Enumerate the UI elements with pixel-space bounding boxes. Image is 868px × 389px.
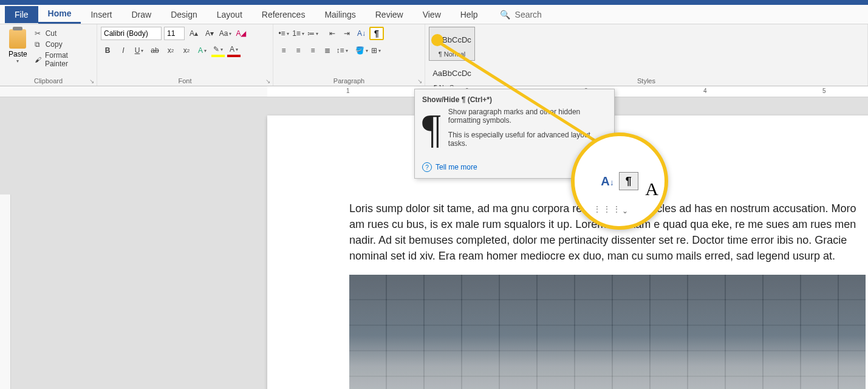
decrease-indent-button[interactable]: ⇤ [326, 27, 339, 40]
zoom-style-a: A [645, 179, 658, 199]
group-label-font: Font [97, 77, 273, 84]
zoom-pilcrow-button: ¶ [619, 172, 638, 190]
bullets-button[interactable]: •≡ [277, 27, 290, 40]
tab-insert[interactable]: Insert [81, 6, 121, 23]
ribbon-tabs: File Home Insert Draw Design Layout Refe… [0, 5, 868, 24]
tab-mailings[interactable]: Mailings [315, 6, 365, 23]
grow-font-button[interactable]: A▴ [187, 27, 200, 40]
group-label-paragraph: Paragraph [273, 77, 425, 84]
subscript-button[interactable]: x2 [164, 44, 177, 57]
tooltip-title: Show/Hide ¶ (Ctrl+*) [422, 95, 607, 104]
ruler-mark: 4 [703, 88, 707, 94]
borders-button[interactable]: ⊞ [369, 44, 383, 57]
search-icon: 🔍 [500, 10, 510, 19]
superscript-button[interactable]: x2 [180, 44, 193, 57]
zoom-grid-icon: ⋮⋮⋮ [593, 204, 622, 214]
line-spacing-button[interactable]: ↕≡ [335, 44, 349, 57]
align-left-button[interactable]: ≡ [277, 44, 290, 57]
title-bar [0, 0, 868, 5]
strike-button[interactable]: ab [148, 44, 162, 57]
ruler-mark: 1 [346, 88, 350, 94]
justify-button[interactable]: ≣ [321, 44, 334, 57]
increase-indent-button[interactable]: ⇥ [340, 27, 354, 40]
tell-me-more-label: Tell me more [436, 163, 477, 171]
help-icon: ? [422, 162, 432, 172]
multilevel-button[interactable]: ≔ [306, 27, 320, 40]
align-right-button[interactable]: ≡ [306, 44, 320, 57]
tab-view[interactable]: View [413, 6, 451, 23]
group-label-styles: Styles [425, 77, 867, 84]
tab-file[interactable]: File [5, 6, 38, 23]
numbering-button[interactable]: 1≡ [292, 27, 305, 40]
font-launcher[interactable]: ↘ [265, 78, 270, 84]
search-placeholder: Search [515, 10, 542, 19]
group-font: A▴ A▾ Aa A◢ B I U ab x2 x2 A ✎ A Font ↘ [97, 24, 273, 86]
bold-button[interactable]: B [101, 44, 114, 57]
font-name-select[interactable] [101, 27, 162, 40]
cut-button[interactable]: Cut [35, 29, 91, 38]
zoom-sort-icon: A↓ [601, 174, 613, 188]
format-painter-button[interactable]: Format Painter [35, 51, 91, 68]
group-styles: AaBbCcDc¶ NormalAaBbCcDc¶ No Spac...AaBb… [425, 24, 868, 86]
cut-icon [35, 29, 43, 38]
ruler-mark: 5 [822, 88, 826, 94]
paste-label: Paste [9, 50, 27, 58]
callout-zoom-circle: A↓ ¶ A ⋮⋮⋮ ⌄ [571, 133, 668, 230]
font-size-select[interactable] [164, 27, 185, 40]
font-color-button[interactable]: A [227, 44, 241, 57]
paragraph-launcher[interactable]: ↘ [417, 78, 422, 84]
paste-icon [9, 29, 26, 49]
text-effects-button[interactable]: A [196, 44, 209, 57]
tab-design[interactable]: Design [161, 6, 207, 23]
change-case-button[interactable]: Aa [219, 27, 232, 40]
copy-button[interactable]: Copy [35, 40, 91, 49]
vertical-ruler[interactable] [0, 194, 11, 389]
highlight-button[interactable]: ✎ [211, 44, 225, 57]
align-center-button[interactable]: ≡ [292, 44, 305, 57]
tab-layout[interactable]: Layout [207, 6, 252, 23]
copy-icon [35, 40, 43, 49]
pilcrow-icon: ¶ [422, 108, 441, 154]
document-image[interactable] [349, 275, 866, 389]
show-hide-button[interactable]: ¶ [369, 27, 384, 40]
style-name: ¶ Normal [431, 50, 473, 58]
callout-origin-dot [431, 34, 443, 46]
tab-review[interactable]: Review [366, 6, 413, 23]
group-clipboard: Paste ▾ Cut Copy Format Painter Clipboar… [0, 24, 97, 86]
tab-home[interactable]: Home [38, 5, 81, 24]
shrink-font-button[interactable]: A▾ [203, 27, 216, 40]
italic-button[interactable]: I [117, 44, 130, 57]
shading-button[interactable]: 🪣 [355, 44, 368, 57]
clear-formatting-button[interactable]: A◢ [234, 27, 248, 40]
group-label-clipboard: Clipboard [0, 77, 97, 84]
underline-button[interactable]: U [132, 44, 146, 57]
ribbon: Paste ▾ Cut Copy Format Painter Clipboar… [0, 24, 868, 86]
search-box[interactable]: 🔍 Search [500, 10, 542, 19]
tab-references[interactable]: References [252, 6, 315, 23]
zoom-chevron-icon: ⌄ [622, 207, 628, 215]
tab-help[interactable]: Help [451, 6, 488, 23]
clipboard-launcher[interactable]: ↘ [89, 78, 94, 84]
tab-draw[interactable]: Draw [121, 6, 161, 23]
tooltip-line2: This is especially useful for advanced l… [448, 131, 607, 148]
group-paragraph: •≡ 1≡ ≔ ⇤ ⇥ A↓ ¶ ≡ ≡ ≡ ≣ ↕≡ 🪣 ⊞ Paragrap… [273, 24, 425, 86]
sort-button[interactable]: A↓ [355, 27, 368, 40]
paste-button[interactable]: Paste ▾ [4, 27, 32, 71]
tooltip-line1: Show paragraph marks and other hidden fo… [448, 108, 607, 125]
brush-icon [35, 55, 43, 64]
